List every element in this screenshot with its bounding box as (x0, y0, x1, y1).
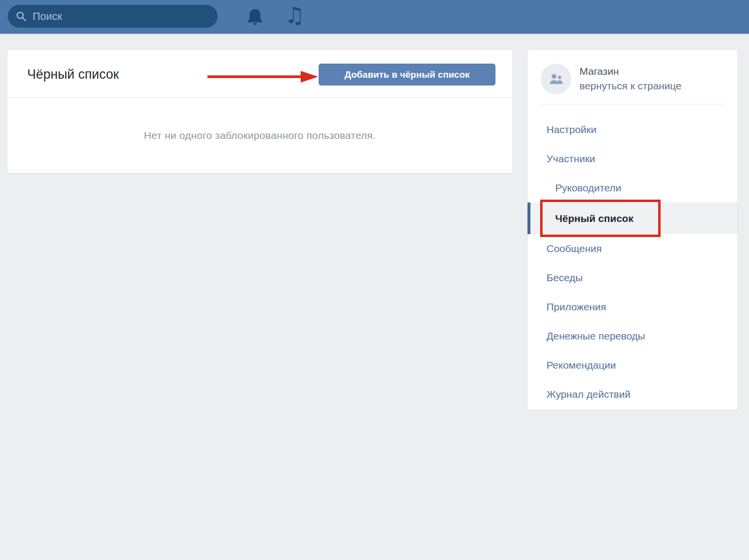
community-settings-sidebar: Магазин вернуться к странице НастройкиУч… (527, 49, 738, 410)
add-to-blacklist-button[interactable]: Добавить в чёрный список (319, 64, 495, 85)
sidebar-item-5[interactable]: Беседы (528, 263, 737, 292)
sidebar-item-label: Руководители (555, 182, 621, 194)
sidebar-item-label: Чёрный список (555, 213, 633, 224)
sidebar-item-9[interactable]: Журнал действий (528, 380, 737, 409)
sidebar-item-2[interactable]: Руководители (528, 173, 737, 203)
sidebar-item-label: Журнал действий (546, 389, 630, 400)
empty-state-text: Нет ни одного заблокированного пользоват… (144, 130, 375, 141)
blacklist-empty-state: Нет ни одного заблокированного пользоват… (7, 98, 512, 173)
sidebar-divider (539, 104, 726, 104)
sidebar-item-label: Денежные переводы (546, 330, 645, 342)
community-two-people-icon (547, 70, 565, 88)
sidebar-item-label: Беседы (546, 272, 583, 284)
sidebar-item-3[interactable]: Чёрный список (528, 203, 737, 234)
annotation-red-arrow (205, 69, 320, 85)
bell-icon[interactable] (245, 7, 265, 27)
back-to-page-link[interactable]: вернуться к странице (579, 80, 681, 92)
sidebar-item-8[interactable]: Рекомендации (528, 351, 737, 380)
top-navigation-bar: ♫ (0, 0, 749, 34)
sidebar-item-1[interactable]: Участники (528, 144, 737, 173)
music-icon[interactable]: ♫ (285, 0, 305, 32)
community-name-link[interactable]: Магазин (579, 66, 619, 77)
sidebar-item-0[interactable]: Настройки (528, 115, 737, 144)
sidebar-item-label: Рекомендации (546, 359, 616, 371)
search-input[interactable] (33, 10, 210, 23)
sidebar-item-6[interactable]: Приложения (528, 292, 737, 322)
community-avatar[interactable] (541, 64, 571, 94)
page-title: Чёрный список (27, 67, 119, 82)
sidebar-item-7[interactable]: Денежные переводы (528, 322, 737, 351)
sidebar-item-label: Участники (546, 153, 595, 165)
sidebar-item-label: Приложения (546, 301, 606, 313)
sidebar-item-label: Сообщения (546, 243, 602, 255)
search-icon (16, 11, 27, 22)
settings-menu: НастройкиУчастникиРуководителиЧёрный спи… (528, 115, 737, 409)
blacklist-panel: Чёрный список Добавить в чёрный список Н… (7, 49, 513, 174)
sidebar-item-4[interactable]: Сообщения (528, 234, 737, 263)
community-profile-row: Магазин вернуться к странице (528, 50, 737, 104)
blacklist-panel-header: Чёрный список Добавить в чёрный список (7, 50, 512, 98)
search-box[interactable] (8, 5, 218, 28)
sidebar-item-label: Настройки (546, 124, 596, 136)
